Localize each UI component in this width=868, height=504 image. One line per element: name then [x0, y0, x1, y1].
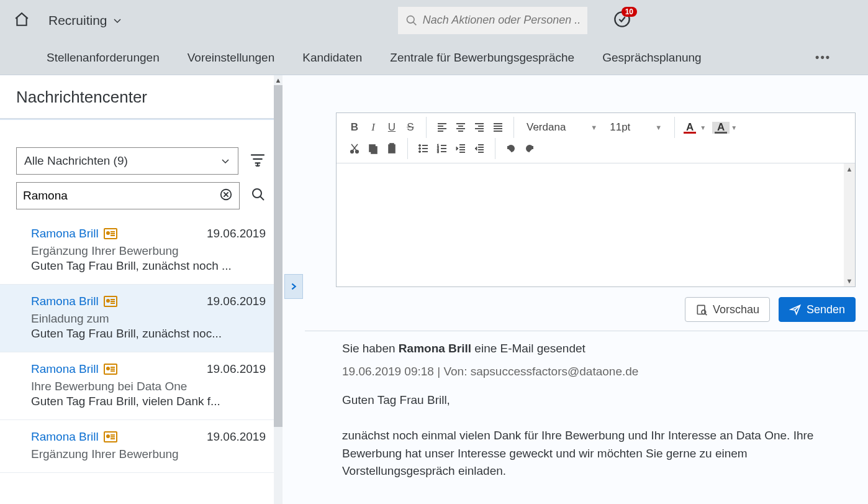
message-date: 19.06.2019 — [207, 362, 266, 376]
message-item[interactable]: Ramona Brill 19.06.2019 Ergänzung Ihrer … — [0, 217, 282, 285]
global-search[interactable] — [398, 7, 587, 34]
scroll-up-arrow[interactable]: ▲ — [274, 75, 283, 85]
message-item[interactable]: Ramona Brill 19.06.2019 Ihre Bewerbung b… — [0, 352, 282, 420]
redo-button[interactable] — [520, 140, 539, 157]
svg-point-10 — [419, 145, 421, 147]
todo-button[interactable]: 10 — [613, 11, 631, 30]
svg-text:3: 3 — [437, 150, 439, 153]
top-bar: Recruiting 10 — [0, 0, 868, 40]
scroll-thumb[interactable] — [274, 85, 283, 427]
tab-gespraechsplanung[interactable]: Gesprächsplanung — [602, 51, 702, 65]
tab-overflow-icon[interactable]: ••• — [815, 51, 831, 64]
editor-textarea[interactable]: ▲ ▼ — [337, 163, 855, 286]
contact-card-icon — [104, 364, 117, 375]
tab-zentrale[interactable]: Zentrale für Bewerbungsgespräche — [390, 51, 574, 65]
align-right-button[interactable] — [470, 119, 489, 136]
number-list-button[interactable]: 123 — [433, 140, 451, 157]
expand-handle[interactable] — [284, 274, 303, 299]
scroll-up-arrow[interactable]: ▲ — [844, 163, 855, 175]
text-color-button[interactable]: A ▼ — [681, 122, 706, 134]
action-row: Vorschau Senden — [305, 287, 868, 331]
chevron-down-icon — [220, 156, 230, 166]
svg-point-11 — [419, 148, 421, 150]
sent-mail-meta: 19.06.2019 09:18 | Von: sapsuccessfactor… — [342, 363, 831, 381]
paste-button[interactable] — [382, 140, 401, 157]
content-area: ▲ Nachrichtencenter Alle Nachrichten (9) — [0, 75, 868, 504]
copy-button[interactable] — [364, 140, 382, 157]
preview-icon — [695, 303, 708, 316]
filter-label: Alle Nachrichten (9) — [24, 154, 128, 168]
message-sender[interactable]: Ramona Brill — [31, 362, 117, 376]
bullet-list-button[interactable] — [414, 140, 433, 157]
send-button[interactable]: Senden — [779, 297, 856, 322]
bg-color-button[interactable]: A ▼ — [712, 122, 737, 134]
search-submit-icon[interactable] — [251, 187, 266, 204]
chevron-down-icon: ▼ — [731, 124, 737, 131]
chevron-right-icon — [289, 282, 298, 291]
todo-badge: 10 — [622, 7, 637, 17]
sidebar-title: Nachrichtencenter — [0, 75, 282, 119]
tab-bar: Stellenanforderungen Voreinstellungen Ka… — [0, 40, 868, 75]
panel-splitter[interactable] — [283, 75, 305, 504]
svg-rect-8 — [389, 145, 395, 153]
mail-greeting: Guten Tag Frau Brill, — [342, 392, 831, 410]
message-subject: Ihre Bewerbung bei Data One — [31, 380, 266, 393]
sent-mail-header: Sie haben Ramona Brill eine E-Mail gesen… — [342, 340, 831, 358]
message-sidebar: ▲ Nachrichtencenter Alle Nachrichten (9) — [0, 75, 283, 504]
tab-stellenanforderungen[interactable]: Stellenanforderungen — [47, 51, 160, 65]
preview-button[interactable]: Vorschau — [685, 297, 770, 322]
message-preview: Guten Tag Frau Brill, vielen Dank f... — [31, 395, 266, 408]
clear-search-icon[interactable] — [219, 188, 233, 204]
module-label: Recruiting — [48, 13, 107, 28]
editor-toolbar: B I U S Verdana▼ 11pt▼ — [337, 113, 855, 163]
contact-card-icon — [104, 228, 117, 239]
bold-button[interactable]: B — [345, 119, 364, 136]
font-size-select[interactable]: 11pt▼ — [604, 121, 668, 134]
message-sender[interactable]: Ramona Brill — [31, 430, 117, 444]
chevron-down-icon: ▼ — [655, 124, 662, 131]
message-search-box[interactable] — [16, 182, 240, 209]
module-switcher[interactable]: Recruiting — [48, 13, 122, 28]
message-search-input[interactable] — [23, 189, 214, 203]
search-icon — [405, 14, 418, 27]
align-left-button[interactable] — [433, 119, 451, 136]
message-preview: Guten Tag Frau Brill, zunächst noc... — [31, 327, 266, 341]
tab-kandidaten[interactable]: Kandidaten — [302, 51, 362, 65]
font-family-select[interactable]: Verdana▼ — [520, 121, 604, 134]
message-filter-dropdown[interactable]: Alle Nachrichten (9) — [16, 147, 238, 175]
align-justify-button[interactable] — [489, 119, 507, 136]
send-icon — [789, 303, 802, 316]
message-list: Ramona Brill 19.06.2019 Ergänzung Ihrer … — [0, 217, 282, 504]
italic-button[interactable]: I — [364, 119, 382, 136]
scroll-down-arrow[interactable]: ▼ — [844, 275, 855, 286]
home-icon[interactable] — [14, 11, 30, 30]
svg-rect-9 — [390, 144, 394, 145]
filter-settings-icon[interactable] — [250, 153, 266, 169]
svg-point-0 — [407, 16, 414, 23]
strikethrough-button[interactable]: S — [401, 119, 420, 136]
mail-body: zunächst noch einmal vielen Dank für Ihr… — [342, 427, 831, 480]
chevron-down-icon: ▼ — [700, 124, 706, 131]
cut-button[interactable] — [345, 140, 364, 157]
message-item[interactable]: Ramona Brill 19.06.2019 Ergänzung Ihrer … — [0, 420, 282, 473]
svg-rect-7 — [371, 147, 377, 153]
message-subject: Ergänzung Ihrer Bewerbung — [31, 244, 266, 258]
message-date: 19.06.2019 — [207, 295, 266, 308]
message-subject: Ergänzung Ihrer Bewerbung — [31, 447, 266, 461]
indent-button[interactable] — [470, 140, 489, 157]
outdent-button[interactable] — [451, 140, 470, 157]
message-item[interactable]: Ramona Brill 19.06.2019 Einladung zum Gu… — [0, 285, 282, 352]
svg-point-3 — [253, 189, 261, 198]
message-sender[interactable]: Ramona Brill — [31, 227, 117, 241]
editor-scrollbar[interactable]: ▲ ▼ — [844, 163, 855, 286]
sidebar-scrollbar[interactable]: ▲ — [274, 75, 283, 504]
undo-button[interactable] — [502, 140, 520, 157]
global-search-input[interactable] — [423, 14, 580, 27]
chevron-down-icon — [112, 16, 122, 25]
tab-voreinstellungen[interactable]: Voreinstellungen — [188, 51, 275, 65]
align-center-button[interactable] — [451, 119, 470, 136]
underline-button[interactable]: U — [382, 119, 401, 136]
svg-point-12 — [419, 151, 421, 153]
message-sender[interactable]: Ramona Brill — [31, 295, 117, 308]
chevron-down-icon: ▼ — [590, 124, 597, 131]
